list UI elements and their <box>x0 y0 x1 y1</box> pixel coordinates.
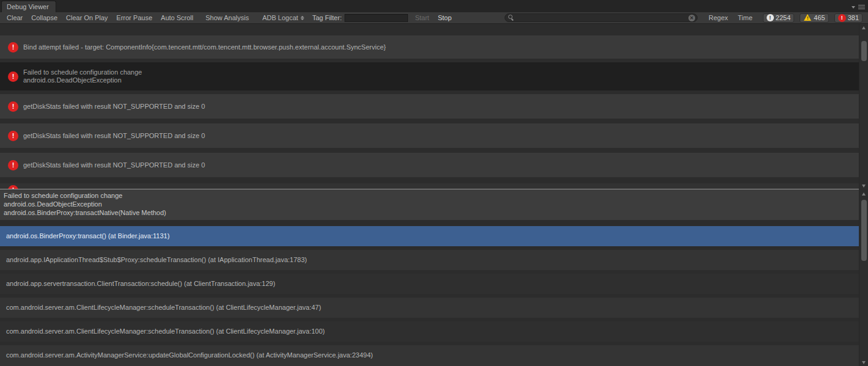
warning-count: 465 <box>814 14 825 21</box>
log-row[interactable]: ! getDiskStats failed with result NOT_SU… <box>0 123 859 148</box>
stack-frame[interactable]: com.android.server.am.ClientLifecycleMan… <box>0 298 859 318</box>
log-row-partial[interactable]: ! <box>0 183 859 189</box>
log-row[interactable]: ! getDiskStats failed with result NOT_SU… <box>0 153 859 177</box>
stack-frame[interactable]: android.app.IApplicationThread$Stub$Prox… <box>0 250 859 270</box>
detail-header-line: android.os.DeadObjectException <box>4 200 859 208</box>
error-icon: ! <box>8 71 18 82</box>
error-icon: ! <box>8 160 18 170</box>
info-count-toggle[interactable]: ! 2254 <box>763 13 794 23</box>
scrollbar-thumb[interactable] <box>861 41 867 61</box>
start-button[interactable]: Start <box>410 14 433 21</box>
tab-title: Debug Viewer <box>7 3 49 10</box>
info-icon: ! <box>767 14 774 21</box>
log-list-scrollbar[interactable] <box>859 24 868 189</box>
debug-viewer-window: Debug Viewer Clear Collapse Clear On Pla… <box>0 0 868 366</box>
tab-debug-viewer[interactable]: Debug Viewer <box>1 1 56 12</box>
stack-frame[interactable]: com.android.server.am.ClientLifecycleMan… <box>0 321 859 342</box>
log-message: Failed to schedule configuration change … <box>23 68 142 84</box>
log-row[interactable]: ! Bind attempt failed - target: Componen… <box>0 35 859 59</box>
search-field[interactable]: ✕ <box>505 13 698 22</box>
error-icon: ! <box>8 101 18 112</box>
log-message: getDiskStats failed with result NOT_SUPP… <box>23 132 205 140</box>
clear-search-icon[interactable]: ✕ <box>688 15 695 21</box>
log-message: getDiskStats failed with result NOT_SUPP… <box>23 103 205 111</box>
scroll-down-arrow[interactable] <box>859 359 868 366</box>
log-row[interactable]: ! getDiskStats failed with result NOT_SU… <box>0 94 859 119</box>
regex-toggle[interactable]: Regex <box>704 14 733 21</box>
log-message-line1: Failed to schedule configuration change <box>23 68 142 76</box>
logcat-mode-dropdown[interactable]: ADB Logcat <box>258 14 308 21</box>
logcat-mode-label: ADB Logcat <box>262 14 298 21</box>
detail-header-line: android.os.BinderProxy:transactNative(Na… <box>4 208 859 217</box>
detail-scrollbar[interactable] <box>859 190 868 366</box>
toolbar: Clear Collapse Clear On Play Error Pause… <box>0 12 868 24</box>
warning-count-toggle[interactable]: ! 465 <box>800 13 828 23</box>
scroll-up-arrow[interactable] <box>859 24 868 31</box>
error-count-toggle[interactable]: ! 381 <box>834 13 863 23</box>
error-icon: ! <box>8 131 18 141</box>
stack-frame[interactable]: com.android.server.am.ActivityManagerSer… <box>0 345 859 366</box>
search-icon <box>508 15 514 21</box>
tag-filter-label: Tag Filter: <box>308 14 345 21</box>
log-row-selected[interactable]: ! Failed to schedule configuration chang… <box>0 62 859 90</box>
stack-frame-selected[interactable]: android.os.BinderProxy:transact() (at Bi… <box>0 226 859 246</box>
clear-button[interactable]: Clear <box>2 14 27 21</box>
warning-icon: ! <box>803 14 812 21</box>
scrollbar-thumb[interactable] <box>861 200 867 261</box>
scroll-down-arrow[interactable] <box>859 182 868 189</box>
show-analysis-toggle[interactable]: Show Analysis <box>202 14 253 21</box>
tab-strip: Debug Viewer <box>0 0 868 12</box>
clear-on-play-toggle[interactable]: Clear On Play <box>62 14 112 21</box>
log-message-line2: android.os.DeadObjectException <box>23 76 142 84</box>
window-menu-icon[interactable] <box>852 4 865 10</box>
stop-button[interactable]: Stop <box>434 14 456 21</box>
log-message: Bind attempt failed - target: ComponentI… <box>23 43 386 51</box>
hamburger-icon <box>858 5 865 10</box>
info-count: 2254 <box>776 14 790 21</box>
error-icon: ! <box>8 42 18 53</box>
detail-header-line: Failed to schedule configuration change <box>4 191 859 200</box>
popup-arrows-icon <box>301 16 304 20</box>
auto-scroll-toggle[interactable]: Auto Scroll <box>156 14 197 21</box>
error-count: 381 <box>848 14 859 21</box>
log-message: getDiskStats failed with result NOT_SUPP… <box>23 161 205 169</box>
collapse-toggle[interactable]: Collapse <box>27 14 62 21</box>
error-pause-toggle[interactable]: Error Pause <box>112 14 157 21</box>
chevron-down-icon <box>852 6 855 9</box>
error-icon: ! <box>838 14 846 22</box>
search-input[interactable] <box>514 14 688 21</box>
time-toggle[interactable]: Time <box>733 14 757 21</box>
scroll-up-arrow[interactable] <box>859 190 868 197</box>
tag-filter-input[interactable] <box>345 14 408 22</box>
stack-frame[interactable]: android.app.servertransaction.ClientTran… <box>0 274 859 294</box>
detail-header: Failed to schedule configuration change … <box>0 189 859 220</box>
